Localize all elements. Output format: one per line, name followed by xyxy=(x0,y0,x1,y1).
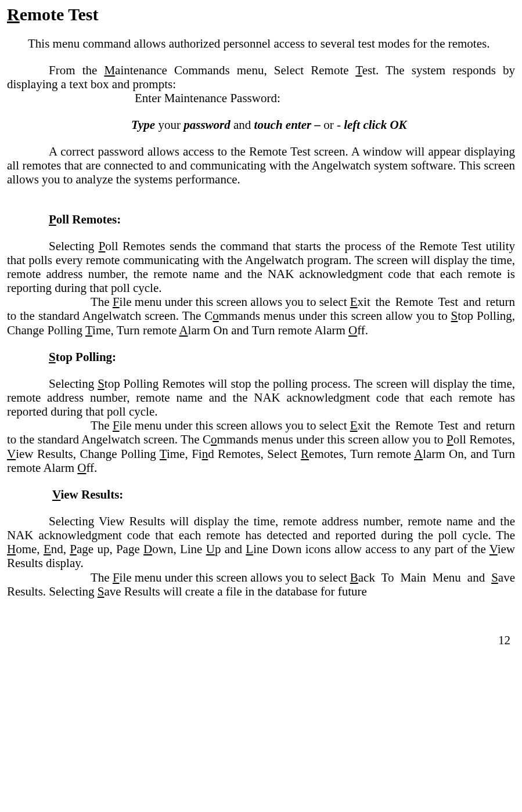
password-prompt: Enter Maintenance Password: xyxy=(135,91,515,105)
page-title: Remote Test xyxy=(7,5,515,25)
poll-remotes-heading: Poll Remotes: xyxy=(49,212,515,226)
from-paragraph: From the Maintenance Commands menu, Sele… xyxy=(7,63,515,91)
stop-polling-section: Selecting Stop Polling Remotes will stop… xyxy=(7,377,515,475)
intro-paragraph: This menu command allows authorized pers… xyxy=(7,37,515,50)
view-results-heading: View Results: xyxy=(52,488,515,501)
title-rest: emote Test xyxy=(20,5,99,24)
stop-polling-heading: Stop Polling: xyxy=(49,350,515,364)
correct-password-paragraph: A correct password allows access to the … xyxy=(7,145,515,186)
page-number: 12 xyxy=(7,633,515,647)
poll-remotes-section: Selecting Poll Remotes sends the command… xyxy=(7,239,515,337)
password-instruction: Type your password and touch enter – or … xyxy=(131,118,515,132)
title-underline-char: R xyxy=(7,5,20,24)
view-results-section: Selecting View Results will display the … xyxy=(7,514,515,598)
